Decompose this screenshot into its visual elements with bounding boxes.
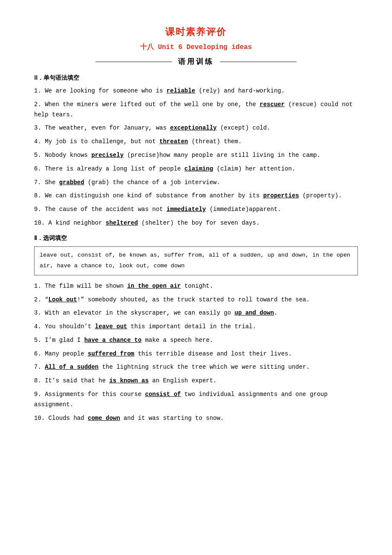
table-row: 6. There is already a long list of peopl… <box>34 164 358 174</box>
list-item: 6. Many people suffered from this terrib… <box>34 349 358 359</box>
list-item: 9. Assignments for this course consist o… <box>34 390 358 410</box>
table-row: 8. We can distinguish one kind of substa… <box>34 191 358 201</box>
part2-label: Ⅱ．选词填空 <box>34 234 358 242</box>
table-row: 7. She grabbed (grab) the chance of a jo… <box>34 178 358 188</box>
table-row: 9. The cause of the accident was not imm… <box>34 205 358 215</box>
part1-sentences: 1. We are looking for someone who is rel… <box>34 86 358 228</box>
section-header: 语用训练 <box>34 57 358 66</box>
list-item: 7. All of a sudden the lightning struck … <box>34 362 358 373</box>
table-row: 5. Nobody knows precisely (precise)how m… <box>34 150 358 161</box>
table-row: 10. A kind neighbor sheltered (shelter) … <box>34 218 358 228</box>
list-item: 5. I’m glad I have a chance to make a sp… <box>34 335 358 346</box>
part1-label: ⅠⅠ．单句语法填空 <box>34 74 358 82</box>
section-header-line-left <box>95 61 172 62</box>
main-title: 课时素养评价 <box>34 26 358 38</box>
section-header-line-right <box>220 61 297 62</box>
table-row: 2. When the miners were lifted out of th… <box>34 100 358 120</box>
table-row: 4. My job is to challenge, but not threa… <box>34 137 358 147</box>
table-row: 3. The weather, even for January, was ex… <box>34 123 358 133</box>
list-item: 8. It’s said that he is known as an Engl… <box>34 376 358 386</box>
sub-title: 十八 Unit 6 Developing ideas <box>34 43 358 52</box>
list-item: 2. “Look out!” somebody shouted, as the … <box>34 295 358 305</box>
table-row: 1. We are looking for someone who is rel… <box>34 86 358 96</box>
list-item: 3. With an elevator in the skyscraper, w… <box>34 308 358 318</box>
section-header-text: 语用训练 <box>176 57 216 66</box>
list-item: 4. You shouldn’t leave out this importan… <box>34 322 358 332</box>
word-box: leave out, consist of, be known as, suff… <box>34 246 358 275</box>
part2-sentences: 1. The film will be shown in the open ai… <box>34 281 358 424</box>
list-item: 1. The film will be shown in the open ai… <box>34 281 358 292</box>
list-item: 10. Clouds had come down and it was star… <box>34 413 358 424</box>
